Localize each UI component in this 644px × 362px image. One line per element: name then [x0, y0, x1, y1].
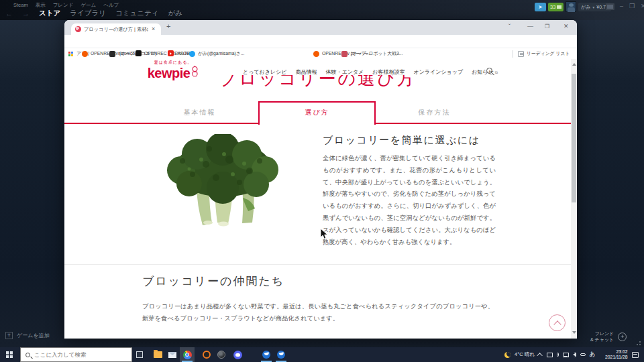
steam-maximize-button[interactable]: ❒	[629, 3, 635, 9]
search-icon	[25, 353, 30, 357]
browser-toolbar: ← → ↻ kewpie.co.jp/recipes/knowledge/art…	[64, 35, 577, 48]
taskbar-app-blue2[interactable]	[274, 347, 288, 362]
action-center-icon[interactable]	[632, 352, 639, 358]
taskbar-app-blue1[interactable]	[259, 347, 274, 362]
bookmark-twitter[interactable]: がみ(@gamisama)さ...	[189, 50, 244, 57]
kewpie-favicon-icon	[75, 26, 81, 32]
tab-storage[interactable]: 保存方法	[376, 102, 493, 123]
steam-username: がみ	[581, 4, 590, 11]
display-icon[interactable]	[547, 353, 553, 357]
scroll-down-icon[interactable]	[572, 331, 576, 334]
link-icon[interactable]	[580, 353, 586, 356]
microphone-icon[interactable]	[557, 353, 559, 357]
browser-maximize-button[interactable]: ❐	[545, 23, 549, 29]
twitter-icon	[189, 51, 195, 57]
new-tab-button[interactable]: +	[166, 22, 170, 30]
tab-basic-info[interactable]: 基本情報	[141, 102, 258, 123]
mail-icon	[557, 5, 561, 9]
taskbar-clock[interactable]: 23:02 2021/11/28	[600, 349, 628, 361]
bookmarks-bar: アプリ OPENREC.tv (オープ... niconico(ニコニコ) OP…	[64, 48, 577, 60]
bookmarks-separator	[513, 50, 513, 58]
steam-notification-badge[interactable]: 33	[548, 3, 564, 11]
youtube-icon	[168, 50, 174, 56]
kewpie-logo[interactable]: 愛は食卓にある。 kewpie	[140, 60, 207, 80]
taskbar-file-explorer[interactable]	[150, 347, 165, 362]
steam-forward-icon[interactable]: →	[22, 9, 30, 17]
steam-add-game-button[interactable]: + ゲームを追加	[5, 332, 50, 339]
site-tagline: 愛は食卓にある。	[140, 60, 207, 66]
bookmark-srw[interactable]: スーパーロボット大戦3...	[341, 50, 402, 57]
mouse-cursor	[319, 228, 328, 240]
desktop: Steam 表示 フレンド ゲーム ヘルプ ← → ストア ライブラリ コミュニ…	[0, 0, 644, 362]
kewpie-doll-icon	[191, 66, 199, 77]
steam-avatar[interactable]	[566, 1, 576, 12]
reading-list-button[interactable]: リーディング リスト	[518, 50, 570, 57]
external-link-icon: ⧉	[495, 70, 498, 74]
network-icon[interactable]	[563, 353, 569, 357]
openrec-icon	[82, 51, 88, 57]
page-viewport: ブロッコリーの選び方 愛は食卓にある。 kewpie とっておきレシピ 商品情報…	[64, 59, 577, 339]
speaker-icon[interactable]	[573, 353, 576, 357]
bookmark-label: スーパーロボット大戦3...	[350, 50, 402, 57]
tab-how-to-choose[interactable]: 選び方	[258, 101, 376, 125]
ime-indicator[interactable]: あ	[590, 351, 596, 359]
app-icon	[277, 351, 285, 359]
steam-friends-label: フレンド	[590, 330, 614, 337]
steam-menu-games[interactable]: ゲーム	[80, 2, 96, 9]
taskbar-app-orange[interactable]	[199, 347, 214, 362]
steam-window-controls: – ❒ ✕	[620, 3, 644, 9]
weather-text[interactable]: 4°C 晴れ	[515, 351, 535, 358]
steam-menu-view[interactable]: 表示	[36, 2, 46, 9]
nav-products[interactable]: 商品情報	[296, 68, 317, 76]
steam-minimize-button[interactable]: –	[620, 3, 623, 9]
chevron-up-icon	[553, 320, 561, 328]
tab-close-icon[interactable]: ×	[152, 25, 155, 32]
resize-grip[interactable]	[636, 341, 641, 346]
scroll-up-icon[interactable]	[572, 63, 576, 66]
nav-online-shop[interactable]: オンラインショップ	[413, 68, 463, 76]
taskbar-discord[interactable]	[230, 347, 245, 362]
steam-nav-community[interactable]: コミュニティ	[115, 9, 158, 18]
browser-minimize-button[interactable]: —	[527, 23, 533, 29]
back-to-top-button[interactable]	[549, 314, 566, 331]
search-icon[interactable]	[486, 68, 492, 74]
scrollbar-thumb[interactable]	[572, 74, 576, 202]
browser-tabstrip: ブロッコリーの選び方 | 素材の基本 | × + ˇ — ❐ ✕	[64, 20, 577, 35]
steam-nav-store[interactable]: ストア	[39, 9, 60, 18]
obs-icon	[217, 351, 225, 359]
reading-list-icon	[518, 51, 524, 57]
article-body: 全体に緑色が濃く、蕾が密集していて硬く引き締まっているものがおすすめです。また、…	[323, 153, 496, 248]
steam-nav-library[interactable]: ライブラリ	[70, 9, 106, 18]
task-view-button[interactable]	[136, 351, 143, 358]
section-heading: ブロッコリーの仲間たち	[142, 274, 284, 289]
tab-search-icon[interactable]: ˇ	[508, 23, 511, 29]
hidden-icons-chevron[interactable]	[537, 353, 542, 358]
steam-menu-friends[interactable]: フレンド	[53, 2, 74, 9]
steam-chat-icon[interactable]: ➤	[535, 3, 546, 11]
discord-icon	[233, 351, 242, 359]
taskbar-obs[interactable]	[214, 347, 229, 362]
moon-weather-icon[interactable]	[504, 352, 511, 358]
screenshot-icon[interactable]	[606, 3, 614, 10]
niconico-icon	[109, 51, 115, 57]
start-button[interactable]	[6, 351, 13, 358]
browser-close-button[interactable]: ✕	[564, 23, 569, 29]
apps-grid-icon	[68, 51, 74, 57]
taskbar-chrome[interactable]	[180, 347, 195, 362]
taskbar-mail[interactable]	[165, 347, 180, 362]
steam-menu-steam[interactable]: Steam	[13, 2, 28, 9]
browser-tab-title: ブロッコリーの選び方 | 素材の基本 |	[84, 26, 148, 33]
search-input[interactable]	[34, 351, 115, 358]
steam-menu-help[interactable]: ヘルプ	[103, 2, 119, 9]
nav-entertainment[interactable]: 体験・エンタメ	[326, 68, 364, 76]
steam-friends-chat-button[interactable]: フレンド & チャット +	[590, 330, 627, 343]
steam-nav-profile[interactable]: がみ	[168, 9, 182, 18]
taskbar-search[interactable]	[20, 347, 132, 362]
nav-recipes[interactable]: とっておきレシピ	[243, 68, 287, 76]
plus-icon: +	[5, 332, 13, 339]
steam-back-icon[interactable]: ←	[5, 9, 13, 17]
nav-support[interactable]: お客様相談室	[372, 68, 405, 76]
steam-close-button[interactable]: ✕	[641, 3, 644, 9]
browser-tab[interactable]: ブロッコリーの選び方 | 素材の基本 | ×	[71, 23, 161, 35]
clock-date: 2021/11/28	[605, 355, 628, 359]
